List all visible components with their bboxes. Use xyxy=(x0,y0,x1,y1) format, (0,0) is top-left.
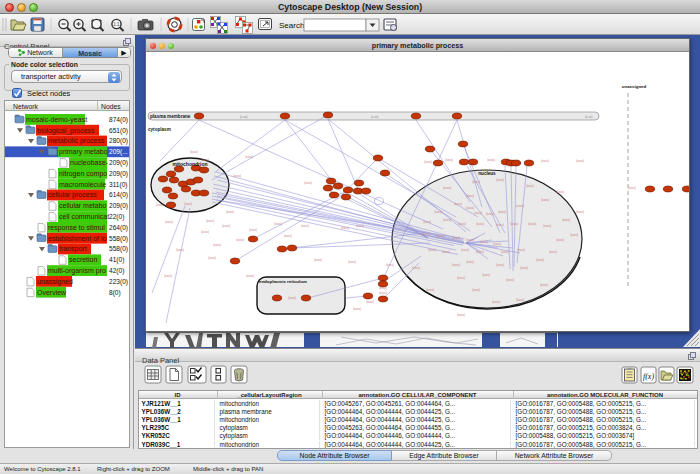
svg-text:nitrogen compo: nitrogen compo xyxy=(59,170,107,178)
svg-text:(xxxx): (xxxx) xyxy=(516,204,524,208)
svg-text:(xxxx): (xxxx) xyxy=(246,274,254,278)
svg-text:(xxxx): (xxxx) xyxy=(556,238,564,242)
svg-text:(xxxx): (xxxx) xyxy=(423,220,431,224)
svg-text:558(0): 558(0) xyxy=(109,245,128,253)
svg-text:(xxxx): (xxxx) xyxy=(501,250,509,254)
svg-text:nucleus: nucleus xyxy=(478,171,496,176)
svg-text:(xxxx): (xxxx) xyxy=(476,222,484,226)
svg-text:(xxxx): (xxxx) xyxy=(341,226,349,230)
svg-text:264(0): 264(0) xyxy=(109,224,128,232)
svg-text:(xxxx): (xxxx) xyxy=(482,273,490,277)
svg-text:(xxxx): (xxxx) xyxy=(366,300,374,304)
svg-text:(xxxx): (xxxx) xyxy=(541,159,549,163)
svg-text:(xxxx): (xxxx) xyxy=(213,243,221,247)
svg-text:22(0): 22(0) xyxy=(109,213,124,221)
svg-text:(xxxx): (xxxx) xyxy=(236,238,244,242)
svg-text:(xxxx): (xxxx) xyxy=(480,240,488,244)
svg-text:874(0): 874(0) xyxy=(109,116,128,124)
svg-text:(xxxx): (xxxx) xyxy=(249,228,257,232)
svg-text:(xxxx): (xxxx) xyxy=(452,236,460,240)
svg-text:(xxxx): (xxxx) xyxy=(472,180,480,184)
svg-text:cellular metabo: cellular metabo xyxy=(59,202,107,209)
svg-text:(xxxx): (xxxx) xyxy=(443,186,451,190)
svg-text:(xxxx): (xxxx) xyxy=(510,222,518,226)
svg-text:(xxxx): (xxxx) xyxy=(492,300,500,304)
svg-text:(xxxx): (xxxx) xyxy=(466,260,474,264)
svg-text:(xxxx): (xxxx) xyxy=(386,263,394,267)
svg-text:metabolic process: metabolic process xyxy=(48,137,105,145)
svg-text:(xxxx): (xxxx) xyxy=(426,288,434,292)
svg-text:(xxxx): (xxxx) xyxy=(379,286,387,290)
svg-text:(xxxx): (xxxx) xyxy=(487,158,495,162)
svg-text:614(0): 614(0) xyxy=(109,191,128,199)
svg-text:(xxxx): (xxxx) xyxy=(201,230,209,234)
svg-text:209(0): 209(0) xyxy=(109,159,128,167)
svg-text:558(0): 558(0) xyxy=(109,235,128,243)
svg-text:transport: transport xyxy=(59,245,87,253)
svg-text:(xxxx): (xxxx) xyxy=(445,158,453,162)
svg-text:biological_process: biological_process xyxy=(37,127,95,135)
svg-text:(xxxx): (xxxx) xyxy=(457,276,465,280)
svg-text:establishment of lo: establishment of lo xyxy=(48,235,106,242)
svg-text:(xxxx): (xxxx) xyxy=(474,211,482,215)
svg-text:(xxxx): (xxxx) xyxy=(379,291,387,295)
svg-text:(xxxx): (xxxx) xyxy=(517,248,525,252)
svg-text:(xxxx): (xxxx) xyxy=(486,212,494,216)
svg-text:(xxxx): (xxxx) xyxy=(442,250,450,254)
svg-text:(xxxx): (xxxx) xyxy=(498,210,506,214)
svg-text:(xxxx): (xxxx) xyxy=(496,263,504,267)
svg-text:(xxxx): (xxxx) xyxy=(314,258,322,262)
svg-text:(xxxx): (xxxx) xyxy=(562,218,570,222)
svg-text:(xxxx): (xxxx) xyxy=(412,266,420,270)
svg-text:(xxxx): (xxxx) xyxy=(288,296,296,300)
svg-text:41(0): 41(0) xyxy=(109,256,124,264)
svg-text:311(0): 311(0) xyxy=(109,181,128,189)
svg-text:(xxxx): (xxxx) xyxy=(176,248,184,252)
svg-text:(xxxx): (xxxx) xyxy=(541,198,549,202)
svg-text:209(0): 209(0) xyxy=(109,202,128,210)
svg-text:1:1: 1:1 xyxy=(113,22,120,27)
svg-text:multi-organism pro: multi-organism pro xyxy=(48,267,106,275)
svg-text:(xxxx): (xxxx) xyxy=(165,220,173,224)
svg-text:(xxxx): (xxxx) xyxy=(428,248,436,252)
svg-text:cell communicat: cell communicat xyxy=(59,213,109,220)
svg-text:(xxxx): (xxxx) xyxy=(549,250,557,254)
svg-text:(xxxx): (xxxx) xyxy=(443,218,451,222)
svg-text:(xxxx): (xxxx) xyxy=(422,232,430,236)
svg-text:(xxxx): (xxxx) xyxy=(284,234,292,238)
svg-text:(xxxx): (xxxx) xyxy=(570,233,578,237)
svg-text:(xxxx): (xxxx) xyxy=(356,224,364,228)
svg-text:(xxxx): (xxxx) xyxy=(348,260,356,264)
svg-text:Overview: Overview xyxy=(37,289,67,296)
svg-text:(xxxx): (xxxx) xyxy=(353,307,361,311)
svg-text:(xxxx): (xxxx) xyxy=(434,210,442,214)
svg-text:(x-xx): (x-xx) xyxy=(585,115,593,119)
svg-text:macromolecule: macromolecule xyxy=(59,181,107,188)
svg-text:(xxxx): (xxxx) xyxy=(472,288,480,292)
svg-text:(xxxx): (xxxx) xyxy=(543,224,551,228)
svg-text:nucleobase-: nucleobase- xyxy=(70,159,109,166)
svg-text:(xxxx): (xxxx) xyxy=(476,250,484,254)
svg-text:(xxxx): (xxxx) xyxy=(164,274,172,278)
svg-text:(xxxx): (xxxx) xyxy=(466,194,474,198)
svg-text:Search:: Search: xyxy=(279,21,307,30)
svg-text:(xxxx): (xxxx) xyxy=(206,219,214,223)
svg-text:(xxxx): (xxxx) xyxy=(493,242,501,246)
svg-text:(xxxx): (xxxx) xyxy=(184,202,192,206)
svg-text:42(0): 42(0) xyxy=(109,267,124,275)
svg-text:(xxxx): (xxxx) xyxy=(496,223,504,227)
svg-text:cellular process: cellular process xyxy=(48,191,97,199)
svg-text:(xxxx): (xxxx) xyxy=(436,234,444,238)
svg-text:(xxxx): (xxxx) xyxy=(222,224,230,228)
svg-text:(xxxx): (xxxx) xyxy=(628,186,636,190)
svg-text:(xxxx): (xxxx) xyxy=(496,178,504,182)
svg-text:(xxxx): (xxxx) xyxy=(156,203,164,207)
svg-text:(x-xx): (x-xx) xyxy=(371,115,379,119)
svg-text:(xxxx): (xxxx) xyxy=(245,155,253,159)
svg-text:(xxxx): (xxxx) xyxy=(540,283,548,287)
svg-text:(xxxx): (xxxx) xyxy=(301,224,309,228)
svg-text:response to stimul: response to stimul xyxy=(48,224,105,232)
svg-text:(xxxx): (xxxx) xyxy=(526,184,534,188)
svg-text:(xxxx): (xxxx) xyxy=(274,222,282,226)
svg-text:(xxxx): (xxxx) xyxy=(454,202,462,206)
